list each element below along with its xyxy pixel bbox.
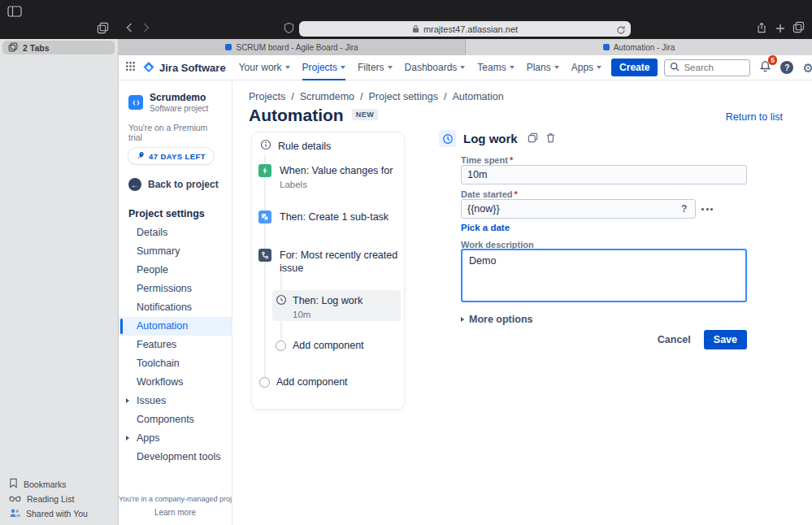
time-spent-input[interactable]: [461, 165, 747, 184]
sidebar-item-notifications[interactable]: Notifications: [119, 298, 232, 317]
help-icon[interactable]: ?: [780, 61, 793, 74]
add-component-label: Add component: [293, 340, 364, 351]
reading-list-label: Reading List: [27, 494, 74, 504]
project-type: Software project: [150, 104, 208, 113]
sidebar-item-details[interactable]: Details: [119, 223, 232, 242]
browser-tab-scrum-board[interactable]: SCRUM board - Agile Board - Jira: [119, 39, 466, 55]
add-component-nested[interactable]: Add component: [276, 340, 364, 351]
back-icon[interactable]: [126, 23, 132, 33]
chevron-down-icon: [285, 66, 290, 69]
chevron-right-icon: [126, 436, 129, 440]
glasses-icon: [9, 494, 21, 504]
project-avatar-icon: [128, 95, 143, 110]
sidebar-item-toolchain[interactable]: Toolchain: [119, 354, 232, 373]
chain-item-log-work[interactable]: Then: Log work 10m: [276, 294, 363, 319]
date-started-label: Date started*: [461, 189, 518, 199]
reload-icon[interactable]: [616, 24, 626, 38]
required-asterisk: *: [515, 189, 518, 199]
chain-item-create-subtask[interactable]: Then: Create 1 sub-task: [258, 210, 401, 223]
cancel-button[interactable]: Cancel: [649, 330, 699, 349]
sidebar-item-people[interactable]: People: [119, 261, 232, 280]
forward-icon[interactable]: [143, 23, 150, 33]
shared-with-you-item[interactable]: Shared with You: [9, 508, 88, 519]
breadcrumb-automation[interactable]: Automation: [452, 91, 503, 102]
nav-filters[interactable]: Filters: [358, 55, 393, 80]
chain-item-trigger[interactable]: When: Value changes for Labels: [258, 164, 401, 189]
jira-logo[interactable]: Jira Software: [142, 61, 226, 74]
trial-days-button[interactable]: 47 DAYS LEFT: [128, 148, 214, 164]
add-component-root[interactable]: Add component: [259, 376, 348, 388]
tab-label: SCRUM board - Agile Board - Jira: [236, 43, 358, 52]
breadcrumb-project-settings[interactable]: Project settings: [369, 91, 438, 102]
settings-gear-icon[interactable]: ⚙: [802, 62, 812, 74]
tab-strip: SCRUM board - Agile Board - Jira Automat…: [119, 39, 812, 55]
chevron-down-icon: [388, 66, 393, 69]
url-bar[interactable]: mrajtest47.atlassian.net: [299, 21, 631, 37]
screen: mrajtest47.atlassian.net 2 Tabs: [0, 0, 812, 525]
privacy-shield-icon[interactable]: [284, 22, 294, 34]
tab-label: Automation - Jira: [614, 43, 675, 52]
browser-tab-automation[interactable]: Automation - Jira: [466, 39, 812, 55]
tabs-icon: [8, 42, 18, 54]
sidebar-item-workflows[interactable]: Workflows: [119, 373, 232, 392]
breadcrumb-separator: /: [444, 91, 446, 102]
date-started-input[interactable]: [461, 199, 696, 219]
nav-teams[interactable]: Teams: [477, 55, 514, 80]
nav-projects[interactable]: Projects: [302, 55, 345, 80]
smart-value-help-icon[interactable]: ?: [681, 203, 687, 215]
sidebar-item-permissions[interactable]: Permissions: [119, 280, 232, 298]
search-box[interactable]: [664, 59, 750, 76]
learn-more-link[interactable]: Learn more: [119, 508, 232, 517]
more-options-toggle[interactable]: More options: [461, 314, 532, 325]
form-header: Log work: [439, 130, 556, 147]
sidebar-item-features[interactable]: Features: [119, 336, 232, 354]
jira-header: Jira Software Your work Projects Filters…: [119, 55, 812, 80]
work-description-textarea[interactable]: Demo: [461, 249, 747, 302]
breadcrumb-separator: /: [291, 91, 293, 102]
create-button[interactable]: Create: [611, 59, 658, 76]
app-switcher-icon[interactable]: [125, 60, 136, 75]
return-to-list-link[interactable]: Return to list: [726, 111, 783, 123]
search-input[interactable]: [684, 63, 745, 72]
log-work-subtitle: 10m: [293, 310, 363, 319]
more-actions-icon[interactable]: [699, 202, 715, 216]
new-tab-icon[interactable]: [775, 24, 785, 33]
sidebar-tab-group[interactable]: 2 Tabs: [2, 41, 115, 54]
back-to-project[interactable]: ← Back to project: [119, 171, 232, 198]
rule-details-item[interactable]: Rule details: [260, 139, 331, 153]
save-button[interactable]: Save: [704, 330, 747, 349]
reading-list-item[interactable]: Reading List: [9, 494, 88, 504]
duplicate-tab-icon[interactable]: [97, 22, 109, 34]
lock-icon: [412, 22, 419, 37]
sidebar-item-apps[interactable]: Apps: [119, 429, 232, 448]
form-title: Log work: [463, 132, 518, 145]
breadcrumb-projects[interactable]: Projects: [249, 91, 285, 102]
copy-icon[interactable]: [528, 132, 538, 146]
sidebar-item-summary[interactable]: Summary: [119, 242, 232, 261]
sidebar-toggle-icon[interactable]: [7, 6, 22, 17]
breadcrumb: Projects / Scrumdemo / Project settings …: [249, 91, 504, 102]
sidebar-item-automation[interactable]: Automation: [119, 317, 232, 336]
log-work-clock-icon: [439, 130, 456, 147]
search-icon: [670, 60, 680, 75]
share-icon[interactable]: [756, 21, 767, 34]
notifications-button[interactable]: 5: [759, 60, 771, 76]
breadcrumb-scrumdemo[interactable]: Scrumdemo: [300, 91, 354, 102]
nav-your-work[interactable]: Your work: [239, 55, 290, 80]
sidebar-item-development-tools[interactable]: Development tools: [119, 448, 232, 466]
clock-icon: [276, 294, 287, 309]
header-right-cluster: 5 ? ⚙ MT: [664, 59, 812, 76]
pick-a-date-link[interactable]: Pick a date: [461, 223, 510, 232]
browser-sidebar: 2 Tabs Bookmarks Reading List Shared wit…: [0, 39, 119, 525]
bookmarks-item[interactable]: Bookmarks: [9, 478, 88, 490]
branch-title: For: Most recently created issue: [280, 249, 401, 276]
chain-item-branch[interactable]: For: Most recently created issue: [258, 249, 401, 276]
chevron-down-icon: [510, 66, 515, 69]
trash-icon[interactable]: [545, 132, 556, 146]
nav-apps[interactable]: Apps: [571, 55, 601, 80]
sidebar-item-issues[interactable]: Issues: [119, 392, 232, 410]
nav-plans[interactable]: Plans: [527, 55, 559, 80]
nav-dashboards[interactable]: Dashboards: [405, 55, 466, 80]
tab-overview-icon[interactable]: [792, 21, 805, 33]
sidebar-item-components[interactable]: Components: [119, 410, 232, 429]
